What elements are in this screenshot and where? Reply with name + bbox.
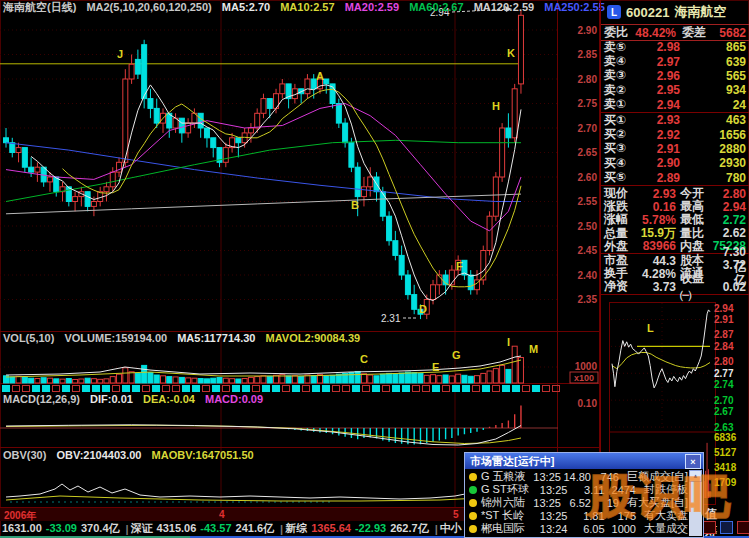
mavol2-value: MAVOL2:90084.39 (266, 332, 361, 344)
stat-row: 净资3.73收益㈠0.02 (601, 280, 749, 293)
alert-volume: 19 (591, 497, 619, 509)
radar-rows: G 五粮液13:2514.80746巨额成交[自]G ST环球13:253.11… (466, 470, 688, 537)
stock-logo-icon: L (607, 5, 621, 19)
popup-scrollbar[interactable]: ▲ (689, 470, 702, 536)
stat-value: 0.16 (634, 200, 676, 214)
weicha-value: 5682 (710, 26, 746, 40)
quote-panel-header[interactable]: L 600221 海南航空 (601, 0, 749, 25)
svg-text:2.85: 2.85 (578, 49, 598, 60)
index-group[interactable]: 新综1365.64-22.93262.7亿 (285, 521, 433, 536)
svg-text:2.75: 2.75 (578, 98, 598, 109)
divider: | (280, 523, 283, 535)
ask-rows: 卖⑤2.98865卖④2.97639卖③2.96565卖②2.95934卖①2.… (601, 40, 749, 113)
index-group[interactable]: 1631.00-33.09370.4亿 (2, 521, 124, 536)
order-price: 2.95 (638, 83, 680, 97)
alert-volume: 1000 (605, 523, 636, 535)
alert-time: 13:25 (533, 497, 563, 509)
trading-terminal: 2.902.852.802.752.702.652.602.552.502.45… (0, 0, 749, 538)
svg-text:J: J (117, 48, 123, 60)
order-price: 2.92 (638, 128, 680, 142)
index-change: -22.93 (355, 522, 386, 534)
ma-params: MA2(5,10,20,60,120,250) (86, 1, 211, 13)
panel-icon[interactable] (720, 521, 733, 534)
svg-text:A: A (316, 70, 324, 82)
index-change: -43.57 (200, 522, 231, 534)
svg-text:2.70: 2.70 (578, 123, 598, 134)
svg-text:B: B (351, 199, 359, 211)
ma10-value: MA10:2.57 (280, 1, 334, 13)
alert-volume: 746 (591, 471, 619, 483)
divider: | (435, 523, 438, 535)
volume-value: VOLUME:159194.00 (64, 332, 167, 344)
close-icon[interactable]: × (685, 454, 701, 469)
stock-title: 海南航空(日线) (3, 1, 76, 13)
index-group[interactable]: 深证4315.06-43.57241.6亿 (131, 521, 279, 536)
alert-price: 1.81 (573, 510, 604, 522)
weicha-label: 委差 (682, 24, 710, 41)
order-volume: 1656 (680, 128, 746, 142)
popup-title-bar[interactable]: 市场雷达[运行中] (465, 453, 703, 469)
order-volume: 639 (680, 55, 746, 69)
alert-bell-icon (469, 525, 477, 533)
stat-value: 2.62 (712, 226, 746, 240)
panel-icon[interactable] (703, 521, 716, 534)
svg-text:G: G (452, 349, 461, 361)
tab-value[interactable]: 值 (705, 507, 717, 521)
order-price: 2.98 (638, 40, 680, 54)
index-name: 深证 (131, 522, 153, 534)
index-value: 1631.00 (2, 522, 42, 534)
svg-text:2.31: 2.31 (381, 313, 401, 324)
stat-value: 4.28% (634, 267, 676, 281)
stock-code: 600221 (626, 5, 669, 20)
obv-header: OBV(30) OBV:2104403.00 MAOBV:1647051.50 (3, 449, 261, 461)
scroll-up-icon[interactable]: ▲ (689, 470, 702, 482)
stat-value: 3.73 (634, 280, 676, 294)
svg-text:1000: 1000 (575, 361, 598, 372)
obv-indicator-name: OBV(30) (3, 449, 46, 461)
svg-text:2.55: 2.55 (578, 196, 598, 207)
svg-text:2.65: 2.65 (578, 147, 598, 158)
panel-icon[interactable] (737, 521, 749, 534)
stat-value: 2.72 (712, 213, 746, 227)
vol-header: VOL(5,10) VOLUME:159194.00 MA5:117714.30… (3, 332, 367, 344)
svg-text:2.45: 2.45 (578, 245, 598, 256)
vol-ma5-value: MA5:117714.30 (177, 332, 255, 344)
alert-bell-icon (469, 486, 477, 494)
svg-text:E: E (432, 361, 439, 373)
macd-indicator-name: MACD(12,26,9) (3, 393, 80, 405)
stat-value: 2.93 (634, 187, 676, 201)
order-volume: 565 (680, 69, 746, 83)
order-price: 2.90 (638, 156, 680, 170)
svg-text:2.90: 2.90 (578, 25, 598, 36)
svg-text:2.35: 2.35 (578, 294, 598, 305)
order-level-label: 卖① (604, 96, 638, 113)
svg-text:2.50: 2.50 (578, 221, 598, 232)
bid-rows: 买①2.93463买②2.921656买③2.912880买④2.902930买… (601, 113, 749, 186)
index-name: 新综 (285, 522, 307, 534)
alert-price: 6.52 (563, 497, 591, 509)
order-price: 2.91 (638, 142, 680, 156)
alert-volume: 175 (605, 510, 636, 522)
obv-value: OBV:2104403.00 (56, 449, 141, 461)
index-name: 中小 (440, 522, 462, 534)
stock-name: 海南航空 (674, 3, 726, 21)
ask-row[interactable]: 卖①2.9424 (601, 98, 749, 112)
alert-stock-name: 郴电国际 (481, 521, 540, 536)
macd-value: MACD:0.09 (205, 393, 263, 405)
svg-text:2.80: 2.80 (578, 74, 598, 85)
ma5-value: MA5:2.70 (222, 1, 270, 13)
alert-bell-icon (469, 473, 477, 481)
order-volume: 865 (680, 40, 746, 54)
index-value: 1365.64 (311, 522, 351, 534)
alert-note: 大量成交 (636, 521, 688, 536)
order-price: 2.97 (638, 55, 680, 69)
maobv-value: MAOBV:1647051.50 (152, 449, 254, 461)
svg-text:2.60: 2.60 (578, 172, 598, 183)
alert-time: 13:25 (540, 510, 573, 522)
alert-bell-icon (469, 499, 477, 507)
radar-alert-row[interactable]: 郴电国际13:246.051000大量成交 (466, 522, 688, 535)
stat-value: 83966 (634, 239, 676, 253)
svg-text:M: M (529, 343, 538, 355)
stat-value: 0.02 (712, 280, 746, 294)
bid-row[interactable]: 买⑤2.89780 (601, 171, 749, 185)
